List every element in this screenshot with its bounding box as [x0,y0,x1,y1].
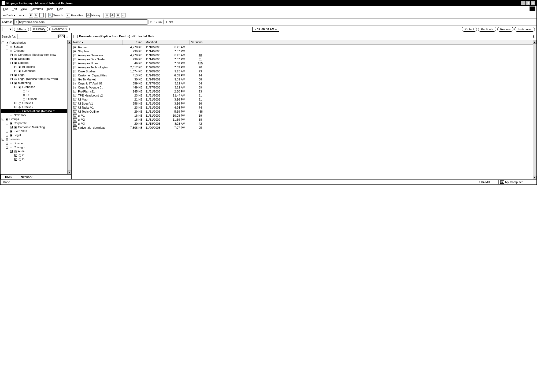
expand-icon[interactable]: + [14,66,17,68]
expand-icon[interactable]: + [14,110,17,112]
file-versions[interactable]: 69 [190,86,211,90]
expand-icon[interactable]: + [10,74,13,76]
address-input[interactable]: e http://dms.dow.com [13,19,147,25]
tree-item[interactable]: +⏍New York [1,113,67,117]
expand-icon[interactable]: + [14,154,17,157]
edit-icon[interactable]: ▦ [116,13,120,17]
menu-edit[interactable]: Edit [10,7,18,11]
home-app-icon[interactable]: ⌂ [2,27,7,31]
menu-help[interactable]: Help [55,7,65,11]
expand-icon[interactable]: + [14,102,17,104]
tab-network[interactable]: Network [16,174,37,179]
list-item[interactable]: ◫Case Studies1,074 KB11/20/20039:25 AM23 [72,69,533,73]
down-arrow-icon[interactable]: ▼ [8,27,13,31]
expand-icon[interactable]: + [14,158,17,161]
tree-item[interactable]: +▣Corporate Marketing [1,125,67,129]
favorites-button[interactable]: ★Favorites [65,13,84,18]
expand-icon[interactable]: + [10,78,13,80]
list-item[interactable]: ▣Robina4,778 KB11/18/20038:25 AM [72,45,533,49]
mail-icon[interactable]: ✉ [105,13,109,17]
tree-item[interactable]: +▣Legal [1,73,67,77]
tree-item[interactable]: +▣Desktops [1,57,67,61]
print-icon[interactable]: 🖶 [110,13,115,17]
tree-item[interactable]: -▣FJohnson [1,85,67,89]
tree-item[interactable]: +▢Outlook [1,97,67,101]
list-item[interactable]: ◫UI Spec V1258 KB11/31/20033:16 PM16 [72,102,533,106]
file-versions[interactable]: 95 [190,126,211,130]
expand-icon[interactable]: - [14,86,17,88]
expand-icon[interactable]: + [6,46,8,48]
tree-item[interactable]: +▭Corporate (Replica from New [1,53,67,57]
tree-item[interactable]: -◔Repositories [1,41,67,45]
tree-scrollbar[interactable]: ▲ ▼ [67,40,71,174]
list-item[interactable]: ◫Asempra Dev Guide299 KB11/14/20037:07 P… [72,57,533,61]
tree-item[interactable]: -▣Marketing [1,81,67,85]
expand-icon[interactable]: + [10,54,13,56]
tree-item[interactable]: +▣Corporate [1,121,67,125]
forward-button[interactable]: 🡒 ▾ [17,13,25,18]
file-versions[interactable]: 18 [190,53,211,57]
tree-item[interactable]: +▢C: [1,89,67,93]
discuss-icon[interactable]: ▭ [121,13,125,17]
file-versions[interactable]: 16 [190,102,211,106]
go-button[interactable]: ↪Go [154,20,162,24]
tree-item[interactable]: -▣Groups [1,117,67,121]
expand-icon[interactable]: - [2,138,4,140]
maximize-button[interactable]: 🗗 [526,1,531,5]
search-dropdown-icon[interactable]: ⌄ [66,35,68,38]
collapse-icon[interactable]: ❮ [532,35,535,38]
realtime-button[interactable]: Realtime [49,27,70,32]
file-versions[interactable]: 20 [190,65,211,69]
list-item[interactable]: ◫Asempra Overview4,778 KB11/18/20038:25 … [72,53,533,57]
expand-icon[interactable]: - [10,82,13,84]
expand-icon[interactable]: - [2,118,4,120]
protect-button[interactable]: Protect [462,27,477,32]
list-item[interactable]: ◫UI Map21 KB11/31/20033:16 PM21 [72,98,533,102]
file-list[interactable]: ▣Robina4,778 KB11/18/20038:25 AM▣Stephen… [72,45,533,179]
menu-file[interactable]: File [2,7,10,11]
col-name-header[interactable]: Name ▸ [72,40,123,45]
history-button-app[interactable]: ⟳ History [30,27,48,32]
file-versions[interactable]: 21 [190,98,211,102]
tree-item[interactable]: +▣Exec Staff [1,129,67,133]
expand-icon[interactable]: + [14,106,17,108]
refresh-icon[interactable]: ↻ [34,13,38,17]
file-versions[interactable]: 64 [190,82,211,86]
expand-icon[interactable]: - [10,150,13,153]
tree-item[interactable]: +▢D: [1,157,67,161]
tree-item[interactable]: +▣RJohnson [1,69,67,73]
list-item[interactable]: ◫TPE Headcount v223 KB11/31/200311:44 AM… [72,94,533,98]
list-item[interactable]: ◫UI Topic Outline29 KB11/31/20035:39 PM4… [72,110,533,114]
file-versions[interactable]: 23 [190,69,211,73]
tree-view[interactable]: -◔Repositories+⏍Boston-⏍Chicago+▭Corpora… [1,40,67,174]
file-versions[interactable]: 81 [190,94,211,98]
expand-icon[interactable]: + [19,98,21,100]
list-item[interactable]: ◫Go To Market30 KB11/24/20029:39 AM68 [72,77,533,82]
expand-icon[interactable]: - [2,42,4,44]
list-item[interactable]: ◫ui V116 KB11/31/200210:08 PM19 [72,114,533,118]
replicate-button[interactable]: Replicate [478,27,496,32]
file-versions[interactable]: 74 [190,106,211,110]
tree-item[interactable]: +◍D: [1,93,67,97]
stop-icon[interactable]: ✖ [29,13,33,17]
expand-icon[interactable]: + [6,114,8,116]
expand-icon[interactable]: - [6,50,8,52]
tree-item[interactable]: +▢Oracle 1 [1,101,67,105]
search-go-button[interactable]: GO [58,35,65,38]
history-button[interactable]: ◷History [85,13,102,18]
tree-item[interactable]: -▤Arctic [1,149,67,153]
tree-item[interactable]: +▭Presentations (Replica fr [1,109,67,113]
file-versions[interactable]: 23 [190,90,211,94]
expand-icon[interactable]: + [10,58,13,60]
scroll-down-icon[interactable]: ▼ [533,176,536,179]
menu-favorites[interactable]: Favorites [29,7,44,11]
tree-item[interactable]: +⏍Boston [1,45,67,49]
list-item[interactable]: ◫ui V218 KB11/31/200211:39 PM58 [72,118,533,122]
list-item[interactable]: ▣Stephen299 KB11/14/20037:07 PM [72,49,533,53]
tree-item[interactable]: -▤Servers [1,137,67,141]
home-icon[interactable]: ⌂ [39,13,44,17]
list-item[interactable]: ◫Customer Capabilities413 KB11/24/20036:… [72,73,533,77]
address-dropdown[interactable]: ▾ [149,20,153,24]
switchover-button[interactable]: Switchover [514,27,535,32]
expand-icon[interactable]: + [10,126,13,128]
